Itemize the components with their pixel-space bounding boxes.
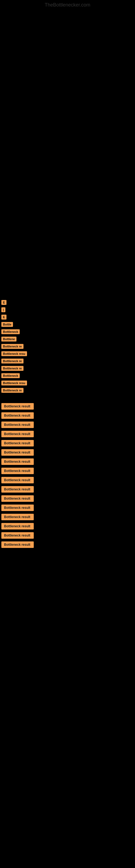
bottleneck-result-label: Bottleneck result: [1, 514, 34, 520]
result-row: Bottleneck result: [0, 422, 135, 428]
label-row-1: E: [0, 300, 135, 305]
result-row: Bottleneck result: [0, 458, 135, 465]
bottleneck-result-label: Bottleneck result: [1, 495, 34, 502]
result-row: Bottleneck result: [0, 523, 135, 529]
chart-area: [0, 10, 135, 295]
result-row: Bottleneck result: [0, 514, 135, 520]
site-title-text: TheBottlenecker.com: [45, 2, 90, 8]
bottleneck-result-label: Bottleneck result: [1, 449, 34, 456]
label-row-4: Bottle: [0, 322, 135, 327]
bottleneck-result-label: Bottleneck result: [1, 403, 34, 410]
label-row-12: Bottleneck resu: [0, 380, 135, 385]
site-title: TheBottlenecker.com: [0, 0, 135, 10]
label-row-5: Bottleneck: [0, 329, 135, 334]
label-e-1: E: [1, 300, 6, 305]
bottleneck-result-label: Bottleneck result: [1, 486, 34, 493]
label-row-10: Bottleneck re: [0, 366, 135, 371]
bottleneck-result-label: Bottleneck result: [1, 431, 34, 437]
bottleneck-result-label: Bottleneck result: [1, 458, 34, 465]
result-row: Bottleneck result: [0, 504, 135, 511]
result-row: Bottleneck result: [0, 468, 135, 474]
label-bottleneck-2: Bottleneck: [1, 373, 20, 378]
result-row: Bottleneck result: [0, 532, 135, 539]
bottleneck-result-label: Bottleneck result: [1, 532, 34, 539]
bottleneck-result-label: Bottleneck result: [1, 422, 34, 428]
bottleneck-result-label: Bottleneck result: [1, 468, 34, 474]
results-section: Bottleneck resultBottleneck resultBottle…: [0, 398, 135, 553]
result-row: Bottleneck result: [0, 449, 135, 456]
label-e-2: E: [1, 315, 6, 319]
result-row: Bottleneck result: [0, 412, 135, 419]
label-pipe: |: [1, 307, 5, 312]
result-row: Bottleneck result: [0, 403, 135, 410]
label-row-8: Bottleneck resu: [0, 351, 135, 356]
bottleneck-result-label: Bottleneck result: [1, 541, 34, 548]
label-bottle: Bottle: [1, 322, 13, 327]
label-bottleneck-re-1: Bottleneck re: [1, 344, 24, 349]
bottleneck-result-label: Bottleneck result: [1, 477, 34, 484]
label-bottlene: Bottlene: [1, 337, 16, 341]
bottleneck-result-label: Bottleneck result: [1, 504, 34, 511]
result-row: Bottleneck result: [0, 495, 135, 502]
label-row-9: Bottleneck re: [0, 358, 135, 364]
label-row-11: Bottleneck: [0, 373, 135, 378]
label-bottleneck-resu: Bottleneck resu: [1, 351, 27, 356]
label-row-3: E: [0, 314, 135, 319]
labels-section: E | E Bottle Bottleneck Bottlene Bottlen…: [0, 295, 135, 398]
result-row: Bottleneck result: [0, 440, 135, 446]
label-row-6: Bottlene: [0, 336, 135, 341]
result-row: Bottleneck result: [0, 486, 135, 493]
result-row: Bottleneck result: [0, 477, 135, 484]
label-row-13: Bottleneck re: [0, 388, 135, 393]
label-bottleneck-re-2: Bottleneck re: [1, 359, 24, 364]
label-row-7: Bottleneck re: [0, 344, 135, 349]
result-row: Bottleneck result: [0, 541, 135, 548]
label-bottleneck-resu-2: Bottleneck resu: [1, 380, 27, 385]
result-row: Bottleneck result: [0, 431, 135, 437]
label-row-2: |: [0, 307, 135, 312]
label-bottleneck-re-4: Bottleneck re: [1, 388, 24, 393]
label-bottleneck-re-3: Bottleneck re: [1, 366, 24, 371]
bottleneck-result-label: Bottleneck result: [1, 523, 34, 529]
bottleneck-result-label: Bottleneck result: [1, 412, 34, 419]
label-bottleneck-1: Bottleneck: [1, 329, 20, 334]
bottleneck-result-label: Bottleneck result: [1, 440, 34, 446]
